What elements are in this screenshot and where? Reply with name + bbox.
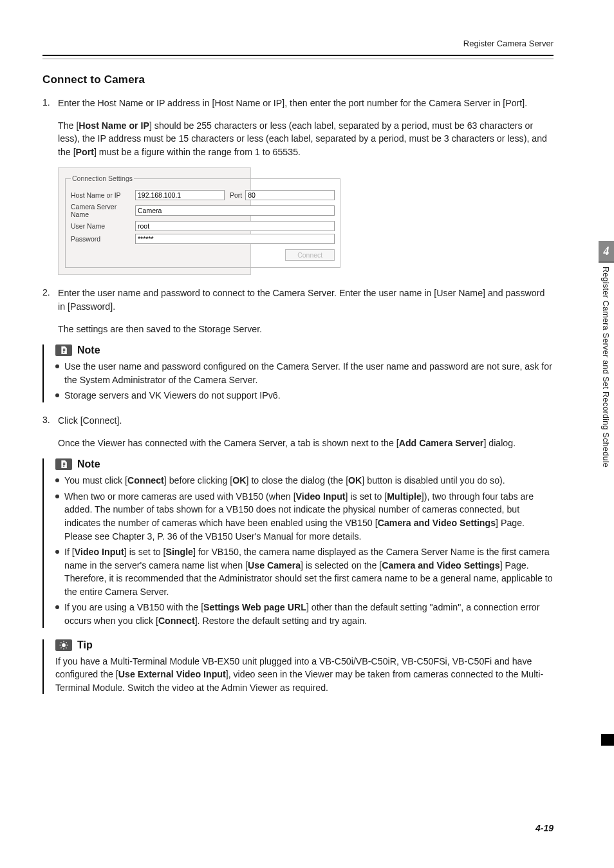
password-label: Password	[71, 235, 135, 243]
callout-head: Note	[55, 344, 554, 356]
connection-settings-legend: Connection Settings	[71, 175, 134, 182]
svg-line-6	[66, 647, 67, 648]
svg-line-7	[60, 647, 61, 648]
text: ] to close the dialog (the [	[247, 475, 349, 486]
step-3: 3. Click [Connect].	[42, 414, 554, 428]
step-2: 2. Enter the user name and password to c…	[42, 287, 554, 313]
port-bold: Port	[76, 147, 94, 157]
text: When two or more cameras are used with V…	[64, 491, 296, 502]
note-callout-1: Note Use the user name and password conf…	[42, 344, 554, 402]
list-item: If you are using a VB150 with the [Setti…	[55, 601, 554, 627]
connect-button[interactable]: Connect	[285, 249, 335, 261]
text: ] button is disabled until you do so).	[362, 475, 505, 486]
note-icon	[55, 458, 72, 470]
text: ] is selected on the [	[301, 560, 382, 571]
ok-bold: OK	[232, 475, 246, 486]
user-input[interactable]	[135, 221, 335, 231]
list-item: You must click [Connect] before clicking…	[55, 474, 554, 487]
svg-line-8	[66, 642, 67, 643]
video-input-bold: Video Input	[75, 547, 124, 557]
port-input[interactable]	[245, 190, 335, 200]
host-label: Host Name or IP	[71, 191, 135, 199]
step-1: 1. Enter the Host Name or IP address in …	[42, 97, 554, 110]
host-name-or-ip-bold: Host Name or IP	[79, 120, 149, 131]
step-number: 2.	[42, 287, 58, 313]
page-header-label: Register Camera Server	[42, 39, 554, 48]
video-input-bold: Video Input	[296, 491, 346, 502]
list-item: Use the user name and password configure…	[55, 360, 554, 386]
list-item: Storage servers and VK Viewers do not su…	[55, 389, 554, 402]
camera-video-settings-bold: Camera and Video Settings	[382, 560, 499, 571]
callout-head: Note	[55, 458, 554, 470]
step-number: 3.	[42, 414, 58, 428]
step-3-detail: Once the Viewer has connected with the C…	[58, 437, 554, 450]
chapter-text: Register Camera Server and Set Recording…	[599, 263, 613, 471]
note-callout-2: Note You must click [Connect] before cli…	[42, 458, 554, 628]
tip-callout: Tip If you have a Multi-Terminal Module …	[42, 639, 554, 695]
text: The [	[58, 120, 79, 131]
text: ] is set to [	[346, 491, 387, 502]
step-text: Enter the user name and password to conn…	[58, 287, 554, 313]
connect-bold: Connect	[158, 616, 195, 626]
settings-url-bold: Settings Web page URL	[203, 602, 306, 612]
list-item: When two or more cameras are used with V…	[55, 490, 554, 543]
text: ] dialog.	[483, 438, 516, 448]
text: If you are using a VB150 with the [	[64, 602, 203, 612]
camera-video-settings-bold: Camera and Video Settings	[378, 518, 496, 528]
connection-settings-screenshot: Connection Settings Host Name or IP Port…	[58, 167, 251, 275]
tip-icon	[55, 639, 72, 651]
callout-head: Tip	[55, 639, 554, 651]
content-area: Register Camera Server Connect to Camera…	[42, 39, 554, 706]
text: You must click [	[64, 475, 127, 486]
rule-thick	[42, 55, 554, 56]
password-input[interactable]	[135, 234, 335, 244]
note-list: You must click [Connect] before clicking…	[55, 474, 554, 628]
text: If [	[64, 547, 75, 557]
connect-bold: Connect	[127, 475, 164, 486]
note-list: Use the user name and password configure…	[55, 360, 554, 402]
text: Once the Viewer has connected with the C…	[58, 438, 399, 448]
text: ] before clicking [	[164, 475, 232, 486]
ok-bold: OK	[348, 475, 362, 486]
server-row: Camera Server Name	[71, 203, 335, 218]
callout-title: Note	[77, 458, 100, 470]
step-number: 1.	[42, 97, 58, 110]
host-input[interactable]	[135, 190, 225, 200]
callout-title: Tip	[77, 639, 93, 651]
use-camera-bold: Use Camera	[248, 560, 301, 571]
user-row: User Name	[71, 221, 335, 231]
tip-body: If you have a Multi-Terminal Module VB-E…	[55, 655, 554, 695]
rule-thin	[42, 59, 554, 59]
user-label: User Name	[71, 222, 135, 230]
text: ] must be a figure within the range from…	[94, 147, 301, 157]
host-row: Host Name or IP Port	[71, 190, 335, 200]
server-label: Camera Server Name	[71, 203, 135, 218]
step-text: Click [Connect].	[58, 414, 554, 428]
step-2-detail: The settings are then saved to the Stora…	[58, 323, 554, 336]
page-number: 4-19	[535, 823, 554, 833]
svg-line-5	[60, 642, 61, 643]
server-input[interactable]	[135, 205, 335, 216]
callout-title: Note	[77, 344, 100, 356]
password-row: Password	[71, 234, 335, 244]
side-tab: 4 Register Camera Server and Set Recordi…	[599, 241, 614, 471]
connection-settings-fieldset: Connection Settings Host Name or IP Port…	[65, 175, 340, 268]
step-1-detail: The [Host Name or IP] should be 255 char…	[58, 119, 554, 159]
chapter-number: 4	[599, 241, 614, 263]
page: Register Camera Server Connect to Camera…	[0, 0, 614, 868]
note-icon	[55, 344, 72, 356]
use-external-video-input-bold: Use External Video Input	[118, 669, 226, 679]
list-item: If [Video Input] is set to [Single] for …	[55, 545, 554, 598]
single-bold: Single	[165, 547, 193, 557]
side-thumb-marker	[601, 734, 614, 746]
port-label: Port	[230, 191, 242, 199]
svg-point-0	[62, 643, 66, 647]
button-row: Connect	[71, 249, 335, 261]
multiple-bold: Multiple	[387, 491, 422, 502]
step-text: Enter the Host Name or IP address in [Ho…	[58, 97, 554, 110]
text: ] is set to [	[124, 547, 166, 557]
section-title: Connect to Camera	[42, 73, 554, 86]
add-camera-server-bold: Add Camera Server	[399, 438, 484, 448]
text: ]. Restore the default setting and try a…	[195, 616, 367, 626]
